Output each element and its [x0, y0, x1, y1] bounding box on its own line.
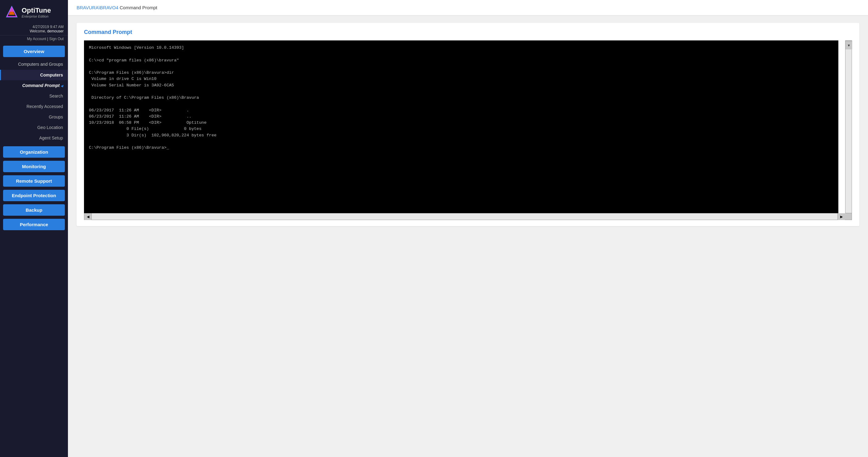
sidebar-monitoring-btn[interactable]: Monitoring — [3, 161, 65, 172]
my-account-link[interactable]: My Account — [27, 37, 46, 41]
app-title: OptiTune — [22, 6, 51, 14]
sidebar-organization-btn[interactable]: Organization — [3, 146, 65, 158]
sidebar-endpoint-protection-btn[interactable]: Endpoint Protection — [3, 190, 65, 201]
sidebar: OptiTune Enterprise Edition 4/27/2019 9:… — [0, 0, 68, 457]
sidebar-performance-btn[interactable]: Performance — [3, 219, 65, 230]
scroll-down-btn[interactable]: ▼ — [845, 41, 852, 50]
sidebar-item-recently-accessed[interactable]: Recently Accessed — [0, 101, 68, 112]
scroll-left-btn[interactable]: ◀ — [84, 213, 92, 220]
vertical-scrollbar: ▲ ▼ — [845, 40, 852, 213]
right-arrow-icon: ▶ — [840, 215, 843, 219]
logo-text: OptiTune Enterprise Edition — [22, 6, 51, 18]
page-title: Command Prompt — [84, 29, 852, 35]
main-content: BRAVURA\BRAVO4 Command Prompt Command Pr… — [68, 0, 868, 457]
sidebar-logo: OptiTune Enterprise Edition — [0, 0, 68, 22]
sidebar-item-geo-location[interactable]: Geo Location — [0, 122, 68, 133]
terminal-outer: Microsoft Windows [Version 10.0.14393] C… — [84, 40, 838, 213]
user-date: 4/27/2019 9:47 AM — [4, 25, 64, 29]
sidebar-backup-btn[interactable]: Backup — [3, 204, 65, 216]
optitune-logo-icon — [5, 5, 19, 19]
sidebar-item-groups[interactable]: Groups — [0, 112, 68, 122]
user-links: My Account | Sign Out — [0, 35, 68, 44]
horizontal-scrollbar: ◀ ▶ — [84, 213, 852, 220]
user-info: 4/27/2019 9:47 AM Welcome, demouser — [0, 22, 68, 35]
sidebar-item-search[interactable]: Search — [0, 91, 68, 101]
breadcrumb-current: Command Prompt — [120, 5, 157, 10]
sign-out-link[interactable]: Sign Out — [49, 37, 64, 41]
left-arrow-icon: ◀ — [87, 215, 89, 219]
user-welcome: Welcome, demouser — [4, 29, 64, 33]
content-area: Command Prompt Microsoft Windows [Versio… — [68, 15, 868, 457]
scroll-right-btn[interactable]: ▶ — [837, 213, 845, 220]
sidebar-item-agent-setup[interactable]: Agent Setup — [0, 133, 68, 143]
sidebar-item-computers[interactable]: Computers — [0, 70, 68, 80]
terminal-container: Microsoft Windows [Version 10.0.14393] C… — [84, 40, 852, 220]
link-separator: | — [46, 37, 50, 41]
breadcrumb-link[interactable]: BRAVURA\BRAVO4 — [76, 5, 118, 10]
welcome-prefix: Welcome, — [30, 29, 47, 33]
sidebar-item-command-prompt[interactable]: Command Prompt — [0, 80, 68, 91]
hscroll-track — [92, 213, 837, 220]
content-card: Command Prompt Microsoft Windows [Versio… — [76, 23, 859, 226]
terminal-output[interactable]: Microsoft Windows [Version 10.0.14393] C… — [84, 40, 838, 213]
sidebar-remote-support-btn[interactable]: Remote Support — [3, 175, 65, 187]
down-arrow-icon: ▼ — [847, 43, 851, 47]
username: demouser — [47, 29, 64, 33]
sidebar-computers-and-groups-btn[interactable]: Computers and Groups — [0, 59, 68, 70]
vscroll-track — [845, 50, 851, 213]
app-subtitle: Enterprise Edition — [22, 14, 51, 18]
sidebar-overview-btn[interactable]: Overview — [3, 46, 65, 57]
breadcrumb-bar: BRAVURA\BRAVO4 Command Prompt — [68, 0, 868, 15]
